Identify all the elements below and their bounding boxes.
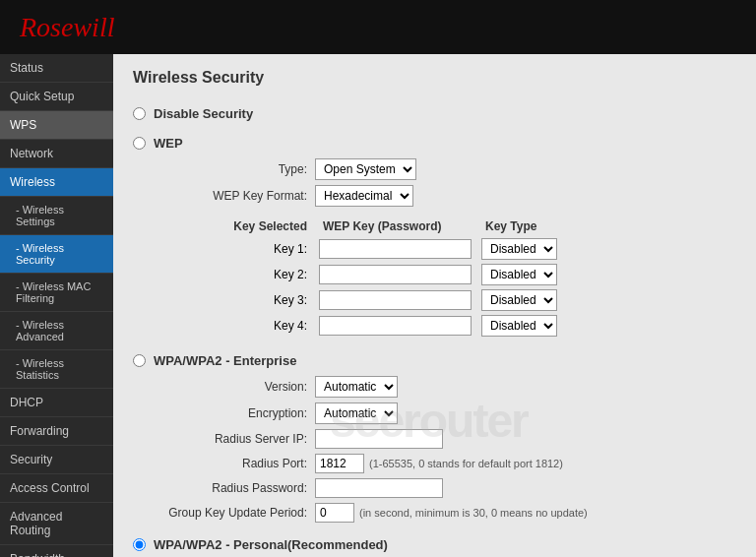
wpa-enterprise-section: WPA/WPA2 - Enterprise Version: Automatic… (133, 353, 736, 523)
wep-key2-input[interactable] (319, 265, 472, 284)
wpa-ent-version-select[interactable]: AutomaticWPAWPA2 (315, 376, 398, 398)
wep-key2-row: Key 2: Disabled64-bit128-bit (162, 262, 561, 287)
wpa-personal-label: WPA/WPA2 - Personal(Recommended) (154, 537, 388, 552)
wpa-personal-radio-row: WPA/WPA2 - Personal(Recommended) (133, 537, 736, 552)
main-content: seerouter Wireless Security Disable Secu… (113, 54, 756, 557)
wep-format-row: WEP Key Format: Hexadecimal ASCII (162, 185, 736, 207)
wep-form-block: Type: Open System Shared Key Automatic W… (162, 158, 736, 207)
sidebar-item-advanced-routing[interactable]: Advanced Routing (0, 503, 113, 545)
logo: Rosewill (20, 12, 114, 43)
wpa-enterprise-radio[interactable] (133, 354, 146, 367)
wep-key4-label: Key 4: (162, 313, 315, 339)
wpa-enterprise-label: WPA/WPA2 - Enterprise (154, 353, 296, 368)
wep-key1-type-select[interactable]: Disabled64-bit128-bit (481, 238, 557, 260)
wpa-ent-radius-port-row: Radius Port: (1-65535, 0 stands for defa… (162, 454, 736, 473)
disable-security-section: Disable Security (133, 106, 736, 121)
sidebar-item-wireless-settings[interactable]: - Wireless Settings (0, 197, 113, 235)
wep-col-password: WEP Key (Password) (315, 217, 477, 236)
disable-security-radio[interactable] (133, 107, 146, 120)
wpa-enterprise-radio-row: WPA/WPA2 - Enterprise (133, 353, 736, 368)
main-wrapper: seerouter Wireless Security Disable Secu… (133, 69, 736, 557)
wep-radio[interactable] (133, 137, 146, 150)
sidebar-item-wireless-stats[interactable]: - Wireless Statistics (0, 350, 113, 389)
wpa-ent-radius-port-input[interactable] (315, 454, 364, 473)
wep-type-select[interactable]: Open System Shared Key Automatic (315, 158, 416, 180)
wep-radio-row: WEP (133, 136, 736, 151)
sidebar-item-status[interactable]: Status (0, 54, 113, 83)
wpa-ent-group-key-label: Group Key Update Period: (162, 506, 315, 520)
wep-col-selected: Key Selected (162, 217, 315, 236)
wpa-ent-encryption-row: Encryption: AutomaticTKIPAES (162, 402, 736, 424)
logo-text: Rosewill (20, 12, 114, 42)
wpa-ent-radius-port-hint: (1-65535, 0 stands for default port 1812… (369, 458, 563, 469)
disable-security-label: Disable Security (154, 106, 253, 121)
wep-col-key-type: Key Type (477, 217, 561, 236)
sidebar-item-wps[interactable]: WPS (0, 111, 113, 140)
wep-key4-type-select[interactable]: Disabled64-bit128-bit (481, 315, 557, 337)
sidebar-item-network[interactable]: Network (0, 140, 113, 168)
sidebar-item-wireless-mac[interactable]: - Wireless MAC Filtering (0, 274, 113, 312)
wpa-ent-version-row: Version: AutomaticWPAWPA2 (162, 376, 736, 398)
wep-format-select[interactable]: Hexadecimal ASCII (315, 185, 413, 207)
wep-key2-type-select[interactable]: Disabled64-bit128-bit (481, 264, 557, 285)
sidebar-item-dhcp[interactable]: DHCP (0, 389, 113, 417)
wep-key1-input[interactable] (319, 239, 472, 259)
wpa-ent-encryption-label: Encryption: (162, 406, 315, 420)
wep-key1-row: Key 1: Disabled64-bit128-bit (162, 236, 561, 262)
wpa-ent-radius-ip-row: Radius Server IP: (162, 429, 736, 449)
wpa-ent-version-label: Version: (162, 380, 315, 394)
wep-key3-row: Key 3: Disabled64-bit128-bit (162, 287, 561, 313)
wpa-ent-group-key-hint: (in second, minimum is 30, 0 means no up… (359, 507, 588, 519)
sidebar-item-wireless-advanced[interactable]: - Wireless Advanced (0, 312, 113, 350)
sidebar-item-quick-setup[interactable]: Quick Setup (0, 83, 113, 111)
wep-label: WEP (154, 136, 183, 151)
wep-key4-row: Key 4: Disabled64-bit128-bit (162, 313, 561, 339)
wep-key1-type-cell: Disabled64-bit128-bit (477, 236, 561, 262)
wep-key4-input[interactable] (319, 316, 472, 336)
wpa-ent-group-key-input[interactable] (315, 503, 354, 523)
header: Rosewill (0, 0, 756, 54)
sidebar: Status Quick Setup WPS Network Wireless … (0, 54, 113, 557)
sidebar-item-forwarding[interactable]: Forwarding (0, 417, 113, 446)
wpa-ent-radius-password-row: Radius Password: (162, 478, 736, 498)
wpa-ent-radius-ip-label: Radius Server IP: (162, 432, 315, 446)
wpa-ent-radius-ip-input[interactable] (315, 429, 443, 449)
sidebar-item-wireless-security[interactable]: - Wireless Security (0, 235, 113, 274)
wep-key2-label: Key 2: (162, 262, 315, 287)
wep-section: WEP Type: Open System Shared Key Automat… (133, 136, 736, 339)
wpa-ent-radius-password-label: Radius Password: (162, 481, 315, 495)
wep-key1-cell (315, 236, 477, 262)
disable-security-row: Disable Security (133, 106, 736, 121)
wpa-ent-group-key-row: Group Key Update Period: (in second, min… (162, 503, 736, 523)
wpa-personal-radio[interactable] (133, 538, 146, 551)
wep-key1-label: Key 1: (162, 236, 315, 262)
sidebar-item-wireless[interactable]: Wireless (0, 168, 113, 197)
sidebar-item-access-control[interactable]: Access Control (0, 474, 113, 503)
wep-key3-input[interactable] (319, 290, 472, 310)
wep-key3-type-select[interactable]: Disabled64-bit128-bit (481, 289, 557, 311)
wep-type-label: Type: (162, 162, 315, 176)
sidebar-item-bandwidth-control[interactable]: Bandwidth Control (0, 545, 113, 557)
wep-format-label: WEP Key Format: (162, 189, 315, 203)
page-title: Wireless Security (133, 69, 736, 92)
wpa-enterprise-form: Version: AutomaticWPAWPA2 Encryption: Au… (162, 376, 736, 523)
layout: Status Quick Setup WPS Network Wireless … (0, 54, 756, 557)
sidebar-item-security[interactable]: Security (0, 446, 113, 474)
wpa-ent-radius-password-input[interactable] (315, 478, 443, 498)
wpa-ent-encryption-select[interactable]: AutomaticTKIPAES (315, 402, 398, 424)
wep-type-row: Type: Open System Shared Key Automatic (162, 158, 736, 180)
wpa-personal-section: WPA/WPA2 - Personal(Recommended) Version… (133, 537, 736, 557)
wep-key-table: Key Selected WEP Key (Password) Key Type… (162, 217, 736, 339)
wep-key3-label: Key 3: (162, 287, 315, 313)
wpa-ent-radius-port-label: Radius Port: (162, 457, 315, 470)
